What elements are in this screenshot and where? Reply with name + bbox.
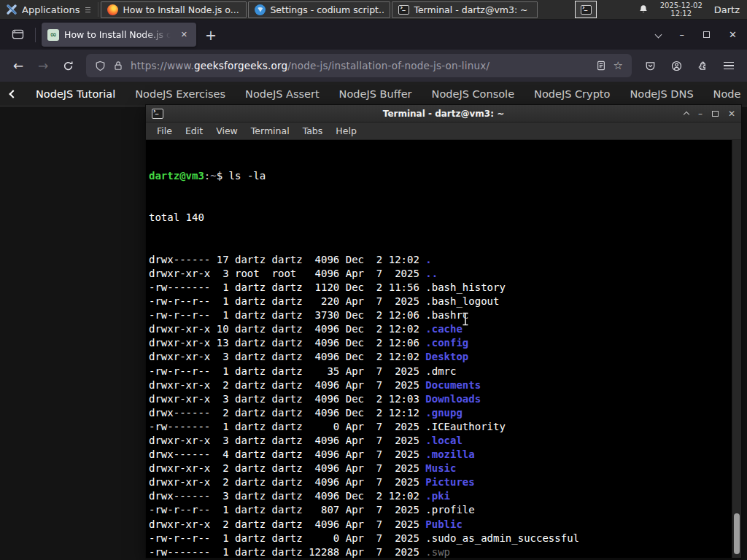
terminal-icon xyxy=(581,5,592,15)
terminal-output-line: -rw-r--r-- 1 dartz dartz 220 Apr 7 2025 … xyxy=(149,295,729,308)
directory-name: Music xyxy=(425,462,456,474)
file-name: .sudo_as_admin_successful xyxy=(425,532,579,544)
menu-tabs[interactable]: Tabs xyxy=(298,124,328,138)
terminal-output-line: drwxr-xr-x 3 dartz dartz 4096 Apr 7 2025… xyxy=(149,434,729,448)
clock-date: 2025-12-02 xyxy=(660,1,703,9)
tab-active[interactable]: ∞ How to Install Node.js on Linux ✕ xyxy=(42,23,196,47)
terminal-screen[interactable]: dartz@vm3:~$ ls -la total 140 drwx------… xyxy=(146,140,741,558)
nav-item-nodejs-tutorial[interactable]: NodeJS Tutorial xyxy=(36,88,115,100)
url-prefix: https://www. xyxy=(131,60,194,71)
directory-name: Documents xyxy=(425,379,481,391)
list-all-tabs-icon[interactable] xyxy=(654,31,662,39)
extensions-puzzle-icon[interactable] xyxy=(697,61,708,71)
firefox-view-icon[interactable] xyxy=(6,24,29,46)
panel-clock[interactable]: 2025-12-02 12:12 xyxy=(660,1,703,18)
taskbar-label: How to Install Node.js o... xyxy=(123,4,239,15)
prompt-command: $ ls -la xyxy=(217,170,266,182)
desktop: Applications How to Install Node.js o...… xyxy=(0,0,747,560)
firefox-tab-bar: ∞ How to Install Node.js on Linux ✕ + – … xyxy=(0,20,747,50)
tracking-protection-shield-icon[interactable] xyxy=(95,61,106,71)
panel-user-label[interactable]: Dartz xyxy=(714,4,740,15)
menu-view[interactable]: View xyxy=(211,124,243,138)
terminal-output-line: drwxr-xr-x 3 dartz dartz 4096 Dec 2 12:0… xyxy=(149,392,729,406)
account-icon[interactable] xyxy=(671,61,682,71)
terminal-output-line: drwxr-xr-x 2 dartz dartz 4096 Apr 7 2025… xyxy=(149,462,729,475)
nav-item-truncated[interactable]: Node xyxy=(713,88,741,100)
directory-name: .config xyxy=(425,337,468,349)
nav-scroll-left-icon[interactable] xyxy=(9,90,17,98)
file-name: .bash_history xyxy=(425,281,506,293)
terminal-output-line: drwxr-xr-x 13 dartz dartz 4096 Dec 2 12:… xyxy=(149,336,729,350)
url-path: /node-js/installation-of-node-js-on-linu… xyxy=(287,60,489,71)
terminal-total-line: total 140 xyxy=(149,211,729,225)
taskbar-button-firefox[interactable]: How to Install Node.js o... xyxy=(101,1,247,18)
terminal-scrollbar-thumb[interactable] xyxy=(734,513,740,554)
url-bar[interactable]: https://www.geeksforgeeks.org/node-js/in… xyxy=(86,54,632,77)
url-text: https://www.geeksforgeeks.org/node-js/in… xyxy=(131,60,589,71)
forward-button[interactable]: → xyxy=(32,58,54,73)
menu-terminal[interactable]: Terminal xyxy=(246,124,295,138)
terminal-minimize-button[interactable]: – xyxy=(698,109,703,119)
directory-name: .. xyxy=(425,268,438,279)
file-name: .dmrc xyxy=(425,365,456,377)
reload-button[interactable] xyxy=(57,61,79,71)
mouse-cursor-ibeam xyxy=(461,312,470,326)
nav-item-nodejs-console[interactable]: NodeJS Console xyxy=(432,88,515,100)
pocket-icon[interactable] xyxy=(645,61,656,71)
taskbar-button-terminal[interactable]: Terminal - dartz@vm3: ~ xyxy=(392,1,538,18)
directory-name: .mozilla xyxy=(425,448,474,460)
terminal-close-button[interactable]: ✕ xyxy=(728,109,735,119)
terminal-prompt-line: dartz@vm3:~$ ls -la xyxy=(149,169,729,183)
terminal-output-line: -rw------- 1 dartz dartz 0 Apr 7 2025 .I… xyxy=(149,420,729,434)
firefox-icon xyxy=(107,4,118,15)
terminal-output-line: drwxr-xr-x 2 dartz dartz 4096 Apr 7 2025… xyxy=(149,475,729,489)
window-minimize-button[interactable]: – xyxy=(680,29,685,40)
terminal-output: drwx------ 17 dartz dartz 4096 Dec 2 12:… xyxy=(149,253,729,558)
new-tab-button[interactable]: + xyxy=(196,27,225,43)
terminal-window: Terminal - dartz@vm3: ~ – ✕ File Edit Vi… xyxy=(145,104,742,559)
terminal-output-line: -rw------- 1 dartz dartz 1120 Dec 2 11:5… xyxy=(149,281,729,295)
directory-name: .pki xyxy=(425,490,450,502)
terminal-title-bar[interactable]: Terminal - dartz@vm3: ~ – ✕ xyxy=(146,105,741,122)
terminal-output-line: drwx------ 4 dartz dartz 4096 Apr 7 2025… xyxy=(149,448,729,462)
bookmark-star-icon[interactable]: ☆ xyxy=(614,59,623,72)
terminal-output-line: drwxr-xr-x 10 dartz dartz 4096 Dec 2 12:… xyxy=(149,322,729,336)
terminal-output-line: drwx------ 2 dartz dartz 4096 Dec 2 12:1… xyxy=(149,406,729,420)
directory-name: .gnupg xyxy=(425,407,462,419)
tab-close-icon[interactable]: ✕ xyxy=(178,28,190,41)
file-name: .profile xyxy=(425,504,474,516)
window-close-button[interactable]: ✕ xyxy=(729,29,737,40)
nav-item-nodejs-assert[interactable]: NodeJS Assert xyxy=(245,88,320,100)
applications-menu-button[interactable]: Applications xyxy=(0,0,96,20)
menu-help[interactable]: Help xyxy=(330,124,362,138)
app-menu-hamburger-icon[interactable] xyxy=(724,62,734,70)
geeksforgeeks-subnav: NodeJS Tutorial NodeJS Exercises NodeJS … xyxy=(0,82,747,106)
nav-item-nodejs-buffer[interactable]: NodeJS Buffer xyxy=(339,88,412,100)
applications-menu-label: Applications xyxy=(22,4,80,15)
nav-item-nodejs-crypto[interactable]: NodeJS Crypto xyxy=(534,88,610,100)
taskbar-label: Terminal - dartz@vm3: ~ xyxy=(414,4,527,15)
terminal-output-line: -rw-r--r-- 1 dartz dartz 0 Apr 7 2025 .s… xyxy=(149,532,729,545)
connection-lock-icon[interactable] xyxy=(113,61,123,71)
window-maximize-button[interactable] xyxy=(703,31,710,38)
nav-item-nodejs-dns[interactable]: NodeJS DNS xyxy=(630,88,693,100)
reader-view-icon[interactable] xyxy=(596,61,606,71)
taskbar-button-vscodium[interactable]: Settings - codium script... xyxy=(248,1,390,18)
nav-item-nodejs-exercises[interactable]: NodeJS Exercises xyxy=(135,88,225,100)
geeksforgeeks-favicon: ∞ xyxy=(47,29,59,41)
terminal-output-line: -rw------- 1 dartz dartz 12288 Apr 7 202… xyxy=(149,545,729,558)
menu-lines-icon xyxy=(85,7,90,12)
back-button[interactable]: ← xyxy=(7,58,29,73)
notifications-bell-icon[interactable] xyxy=(638,4,649,15)
applications-menu-icon xyxy=(6,4,18,15)
tab-divider xyxy=(35,28,36,42)
terminal-rollup-icon[interactable] xyxy=(684,112,689,117)
menu-edit[interactable]: Edit xyxy=(180,124,208,138)
tray-terminal-icon[interactable] xyxy=(575,1,597,18)
terminal-maximize-button[interactable] xyxy=(712,111,719,117)
terminal-scrollbar[interactable] xyxy=(732,140,741,558)
directory-name: Downloads xyxy=(425,393,481,405)
directory-name: .local xyxy=(425,435,462,446)
directory-name: Public xyxy=(425,518,462,530)
menu-file[interactable]: File xyxy=(152,124,177,138)
